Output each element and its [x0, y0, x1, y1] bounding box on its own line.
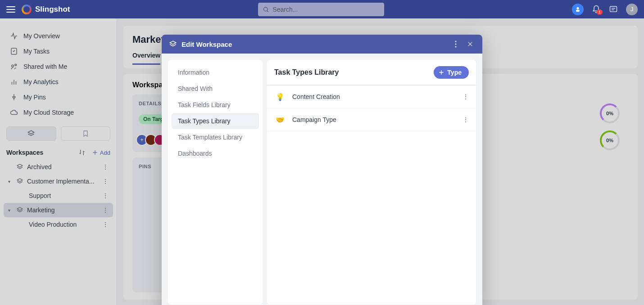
search-icon	[263, 6, 269, 13]
modal-title: Edit Workspace	[181, 40, 232, 48]
layers-icon	[169, 40, 177, 48]
brand-logo[interactable]: Slingshot	[22, 4, 70, 14]
brand-name: Slingshot	[35, 5, 70, 14]
global-search[interactable]	[258, 3, 384, 16]
svg-point-15	[455, 41, 457, 42]
modal-more-button[interactable]	[451, 39, 461, 49]
logo-mark-icon	[22, 4, 32, 14]
type-button-label: Type	[447, 69, 462, 76]
assistant-avatar[interactable]	[572, 4, 584, 15]
notification-badge: 1	[597, 9, 603, 15]
task-type-name: Campaign Type	[292, 116, 336, 123]
svg-point-2	[576, 7, 579, 9]
user-initial: J	[630, 6, 634, 13]
svg-rect-4	[610, 6, 617, 12]
modal-content-title: Task Types Library	[274, 68, 339, 76]
messages-button[interactable]	[609, 5, 618, 14]
plus-icon	[438, 69, 444, 76]
svg-line-1	[267, 10, 268, 12]
edit-workspace-modal: Edit Workspace InformationShared WithTas…	[162, 35, 482, 305]
svg-point-17	[455, 46, 457, 48]
modal-close-button[interactable]	[465, 39, 475, 49]
task-type-row[interactable]: 🤝Campaign Type⋮	[267, 108, 476, 131]
modal-side-item[interactable]: Information	[172, 64, 259, 81]
task-type-menu-button[interactable]: ⋮	[463, 116, 469, 123]
svg-point-0	[263, 7, 268, 11]
bot-icon	[574, 6, 581, 13]
close-icon	[467, 41, 473, 47]
modal-side-item[interactable]: Shared With	[172, 81, 259, 97]
menu-toggle-button[interactable]	[6, 6, 15, 13]
modal-side-item[interactable]: Task Types Library	[172, 113, 259, 129]
modal-side-item[interactable]: Task Templates Library	[172, 129, 259, 145]
modal-side-item[interactable]: Dashboards	[172, 145, 259, 161]
chat-icon	[609, 5, 618, 14]
app-header: Slingshot 1 J	[0, 0, 644, 18]
notifications-button[interactable]: 1	[592, 5, 601, 14]
task-type-menu-button[interactable]: ⋮	[463, 93, 469, 100]
kebab-icon	[455, 40, 457, 48]
search-input[interactable]	[272, 6, 379, 13]
task-type-name: Content Creation	[292, 93, 340, 100]
task-type-row[interactable]: 💡Content Creation⋮	[267, 85, 476, 108]
task-type-icon: 💡	[274, 91, 286, 103]
task-type-icon: 🤝	[274, 114, 286, 126]
svg-point-16	[455, 44, 457, 45]
modal-side-item[interactable]: Task Fields Library	[172, 97, 259, 113]
add-type-button[interactable]: Type	[434, 66, 469, 79]
svg-rect-3	[576, 9, 580, 12]
user-avatar[interactable]: J	[626, 4, 638, 15]
